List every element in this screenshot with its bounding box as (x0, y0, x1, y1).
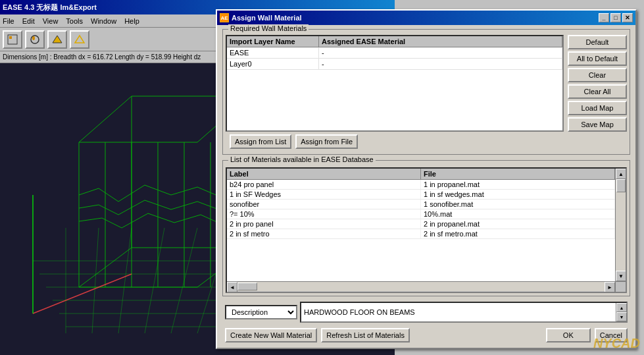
materials-group-label: List of Materials available in EASE Data… (228, 155, 376, 163)
dialog-title: Assign Wall Material (232, 14, 302, 22)
materials-list-container[interactable]: Label File b24 pro panel 1 in propanel.m… (226, 167, 627, 293)
scroll-left-button[interactable]: ◄ (227, 282, 237, 292)
menu-file[interactable]: File (3, 17, 14, 25)
mat-file-0: 1 in propanel.mat (421, 180, 615, 189)
scroll-down-button[interactable]: ▼ (616, 271, 626, 281)
assign-from-file-button[interactable]: Assign from File (295, 134, 358, 149)
mat-file-3: 10%.mat (421, 209, 615, 219)
mat-label-0: b24 pro panel (227, 180, 421, 189)
menu-help[interactable]: Help (124, 17, 139, 25)
dialog-title-area: AE Assign Wall Material (220, 13, 302, 22)
required-materials-table[interactable]: Import Layer Name Assigned EASE Material… (226, 35, 564, 132)
mat-label-4: 2 in pro panel (227, 219, 421, 229)
menu-view[interactable]: View (43, 17, 59, 25)
menu-tools[interactable]: Tools (66, 17, 83, 25)
scroll-track[interactable] (616, 179, 626, 271)
required-materials-group: Required Wall Materials Import Layer Nam… (222, 29, 630, 155)
description-scrollbar: ▲ ▼ (616, 303, 626, 321)
titlebar-buttons: _ □ ✕ (599, 13, 633, 22)
dialog-icon: AE (220, 13, 229, 22)
save-map-button[interactable]: Save Map (568, 117, 627, 132)
col-assigned-material: Assigned EASE Material (319, 36, 562, 47)
app-title: EASE 4.3 无标题 Im&Export (3, 3, 97, 13)
mat-label-5: 2 in sf metro (227, 229, 421, 238)
right-button-panel: Default All to Default Clear Clear All L… (568, 35, 627, 132)
minimize-button[interactable]: _ (599, 13, 609, 22)
description-row: Description ▲ ▼ (222, 302, 630, 323)
mat-file-2: 1 sonofiber.mat (421, 200, 615, 209)
mat-file-5: 2 in sf metro.mat (421, 229, 615, 238)
scroll-right-button[interactable]: ► (605, 282, 615, 292)
toolbar-btn-2[interactable] (25, 30, 45, 49)
menu-window[interactable]: Window (91, 17, 116, 25)
materials-table-inner: Label File b24 pro panel 1 in propanel.m… (227, 169, 615, 281)
col-layer-name: Import Layer Name (227, 36, 319, 47)
ok-button[interactable]: OK (546, 328, 591, 342)
table-row[interactable]: EASE - (227, 47, 562, 59)
maximize-button[interactable]: □ (610, 13, 621, 22)
required-table-header: Import Layer Name Assigned EASE Material (227, 36, 562, 47)
status-text: Dimensions [m] : Breadth dx = 616.72 Len… (3, 53, 201, 61)
bottom-buttons-row: Create New Wall Material Refresh List of… (222, 327, 630, 344)
dialog-titlebar: AE Assign Wall Material _ □ ✕ (217, 11, 635, 25)
load-map-button[interactable]: Load Map (568, 101, 627, 115)
description-input[interactable] (301, 303, 616, 321)
mat-col-file: File (421, 169, 615, 179)
all-to-default-button[interactable]: All to Default (568, 51, 627, 66)
row-layer-layer0: Layer0 (227, 59, 319, 69)
nycad-logo: NYCAD (593, 336, 640, 351)
assign-wall-material-dialog: AE Assign Wall Material _ □ ✕ Required W… (216, 9, 637, 349)
row-material-layer0: - (319, 59, 562, 69)
svg-point-2 (31, 36, 39, 43)
clear-button[interactable]: Clear (568, 68, 627, 82)
h-scroll-track[interactable] (237, 282, 605, 291)
row-layer-ease: EASE (227, 47, 319, 58)
mat-file-1: 1 in sf wedges.mat (421, 190, 615, 199)
scrollbar-corner (615, 281, 626, 292)
dialog-body: Required Wall Materials Import Layer Nam… (217, 25, 635, 348)
vertical-scrollbar[interactable]: ▲ ▼ (615, 169, 626, 281)
materials-table-header: Label File (227, 169, 615, 180)
required-group-label: Required Wall Materials (228, 24, 309, 32)
mat-file-4: 2 in propanel.mat (421, 219, 615, 229)
toolbar-btn-4[interactable] (70, 30, 89, 49)
scroll-up-button[interactable]: ▲ (616, 169, 626, 179)
menu-edit[interactable]: Edit (22, 17, 35, 25)
list-item[interactable]: sonofiber 1 sonofiber.mat (227, 200, 615, 209)
h-scroll-thumb[interactable] (237, 283, 257, 290)
mat-label-1: 1 in SF Wedges (227, 190, 421, 199)
list-item[interactable]: 2 in pro panel 2 in propanel.mat (227, 219, 615, 229)
list-item[interactable]: 1 in SF Wedges 1 in sf wedges.mat (227, 190, 615, 200)
desc-scroll-down[interactable]: ▼ (616, 312, 627, 321)
mat-label-2: sonofiber (227, 200, 421, 209)
list-item[interactable]: ?= 10% 10%.mat (227, 209, 615, 219)
horizontal-scrollbar[interactable]: ◄ ► (227, 281, 615, 292)
create-new-material-button[interactable]: Create New Wall Material (225, 328, 317, 342)
assign-from-list-button[interactable]: Assign from List (230, 134, 291, 149)
default-button[interactable]: Default (568, 35, 627, 49)
svg-point-3 (32, 36, 35, 40)
scroll-thumb[interactable] (616, 179, 626, 192)
materials-group: List of Materials available in EASE Data… (222, 160, 630, 296)
table-row[interactable]: Layer0 - (227, 59, 562, 70)
description-dropdown[interactable]: Description (225, 305, 297, 319)
clear-all-button[interactable]: Clear All (568, 84, 627, 99)
mat-col-label: Label (227, 169, 421, 179)
toolbar-btn-1[interactable] (3, 30, 22, 49)
close-button[interactable]: ✕ (622, 13, 633, 22)
mat-label-3: ?= 10% (227, 209, 421, 219)
svg-rect-1 (9, 36, 12, 39)
row-material-ease: - (319, 47, 562, 58)
list-item[interactable]: 2 in sf metro 2 in sf metro.mat (227, 229, 615, 239)
assign-buttons-row: Assign from List Assign from File (226, 132, 627, 151)
desc-scroll-up[interactable]: ▲ (616, 303, 627, 312)
refresh-materials-button[interactable]: Refresh List of Materials (321, 328, 410, 342)
description-input-area: ▲ ▼ (300, 302, 628, 323)
list-item[interactable]: b24 pro panel 1 in propanel.mat (227, 180, 615, 190)
toolbar-btn-3[interactable] (47, 30, 67, 49)
